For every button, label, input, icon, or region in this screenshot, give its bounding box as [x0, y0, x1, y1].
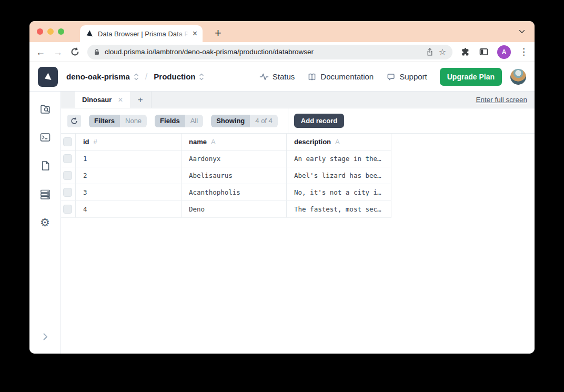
column-type-icon: A: [335, 138, 340, 146]
browser-profile-avatar[interactable]: A: [497, 45, 511, 59]
cell-name[interactable]: Deno: [181, 201, 286, 217]
sidebar-expand-button[interactable]: [29, 331, 61, 341]
cell-description[interactable]: No, it's not a city i…: [286, 184, 391, 200]
browser-menu-icon[interactable]: ⋮: [519, 46, 528, 57]
url-text: cloud.prisma.io/lambtron/deno-oak-prisma…: [105, 48, 314, 56]
back-icon[interactable]: ←: [36, 47, 45, 57]
new-tab-button[interactable]: +: [215, 25, 221, 41]
environment-selector[interactable]: Production: [154, 72, 204, 81]
cell-name[interactable]: Acanthopholis: [181, 184, 286, 200]
cell-id[interactable]: 1: [75, 150, 181, 167]
browser-actions: A ⋮: [460, 45, 528, 59]
prisma-logo[interactable]: [38, 67, 58, 87]
chevron-right-icon: [41, 331, 50, 341]
browser-tab-title: Data Browser | Prisma Data Pla: [98, 30, 188, 38]
upgrade-plan-button[interactable]: Upgrade Plan: [440, 68, 502, 86]
column-header-name[interactable]: name A: [181, 134, 286, 150]
extensions-puzzle-icon[interactable]: [460, 47, 470, 57]
column-header-id[interactable]: id #: [75, 134, 181, 150]
browser-tab-bar: Data Browser | Prisma Data Pla × +: [29, 21, 535, 42]
fields-value: All: [185, 115, 203, 127]
table-row: 2 Abelisaurus Abel's lizard has bee…: [61, 167, 391, 184]
table-body: 1 Aardonyx An early stage in the… 2 Abel…: [61, 150, 391, 218]
zoom-window-button[interactable]: [58, 28, 64, 35]
model-tab-strip: Dinosaur × + Enter full screen: [61, 92, 535, 108]
add-record-button[interactable]: Add record: [294, 114, 344, 128]
project-name: deno-oak-prisma: [66, 72, 130, 81]
user-avatar[interactable]: [510, 69, 526, 85]
fields-label: Fields: [155, 115, 185, 127]
cell-description[interactable]: The fastest, most sec…: [286, 201, 391, 217]
column-type-icon: A: [211, 138, 216, 146]
nav-support[interactable]: Support: [386, 72, 427, 82]
select-all-checkbox[interactable]: [63, 137, 72, 146]
forward-icon[interactable]: →: [53, 47, 63, 57]
fields-control[interactable]: Fields All: [155, 115, 203, 127]
filters-label: Filters: [89, 115, 120, 127]
grid-toolbar: Filters None Fields All Showing 4 of 4 A…: [61, 108, 535, 134]
refresh-icon: [70, 117, 78, 125]
row-checkbox[interactable]: [63, 188, 72, 197]
model-tab-close-icon[interactable]: ×: [118, 96, 123, 104]
minimize-window-button[interactable]: [47, 28, 54, 35]
sidebar-item-schema[interactable]: [39, 160, 51, 172]
table-row: 1 Aardonyx An early stage in the…: [61, 150, 391, 167]
browser-tab[interactable]: Data Browser | Prisma Data Pla ×: [80, 25, 203, 42]
sidebar: ⚙: [29, 92, 61, 354]
sort-chevrons-icon: [134, 73, 139, 81]
enter-fullscreen-link[interactable]: Enter full screen: [476, 96, 527, 104]
table-header-row: id # name A description A: [61, 134, 391, 150]
cell-name[interactable]: Aardonyx: [181, 150, 286, 167]
cell-description[interactable]: An early stage in the…: [286, 150, 391, 167]
nav-status[interactable]: Status: [259, 72, 295, 82]
filters-control[interactable]: Filters None: [89, 115, 147, 127]
add-model-tab-button[interactable]: +: [130, 92, 152, 108]
close-window-button[interactable]: [37, 28, 43, 35]
column-header-description[interactable]: description A: [286, 134, 391, 150]
toolbar-divider: [288, 108, 288, 133]
pulse-icon: [259, 72, 269, 82]
environment-name: Production: [154, 72, 195, 81]
side-panel-icon[interactable]: [479, 47, 489, 57]
book-icon: [307, 72, 317, 82]
header-nav: Status Documentation Support: [259, 72, 427, 82]
row-checkbox[interactable]: [63, 154, 72, 163]
cell-name[interactable]: Abelisaurus: [181, 167, 286, 184]
bookmark-star-icon[interactable]: ☆: [439, 47, 446, 57]
cell-id[interactable]: 2: [75, 167, 181, 184]
table-row: 3 Acanthopholis No, it's not a city i…: [61, 184, 391, 201]
project-selector[interactable]: deno-oak-prisma: [66, 72, 139, 81]
filters-value: None: [120, 115, 147, 127]
tab-close-icon[interactable]: ×: [193, 29, 197, 38]
app-header: deno-oak-prisma / Production Status Docu…: [29, 62, 535, 92]
url-bar[interactable]: cloud.prisma.io/lambtron/deno-oak-prisma…: [87, 45, 452, 59]
refresh-button[interactable]: [67, 115, 81, 127]
showing-label: Showing: [211, 115, 250, 127]
data-grid: id # name A description A 1 Aardonyx An …: [61, 134, 391, 218]
cell-description[interactable]: Abel's lizard has bee…: [286, 167, 391, 184]
tab-search-chevron-icon[interactable]: [518, 27, 526, 36]
lock-icon[interactable]: [94, 48, 100, 56]
browser-toolbar: ← → cloud.prisma.io/lambtron/deno-oak-pr…: [29, 42, 535, 62]
breadcrumb-separator: /: [145, 72, 147, 82]
browser-window: Data Browser | Prisma Data Pla × + ← → c…: [29, 21, 535, 354]
sidebar-item-data-browser[interactable]: [39, 103, 51, 115]
share-icon[interactable]: [426, 47, 434, 56]
row-checkbox[interactable]: [63, 171, 72, 180]
cell-id[interactable]: 3: [75, 184, 181, 200]
reload-icon[interactable]: [70, 47, 79, 56]
cell-id[interactable]: 4: [75, 201, 181, 217]
sidebar-item-query-console[interactable]: [39, 132, 51, 143]
server-stack-icon: [39, 188, 51, 200]
showing-value: 4 of 4: [250, 115, 278, 127]
row-checkbox[interactable]: [63, 205, 72, 214]
sort-chevrons-icon: [199, 73, 204, 81]
model-tab-dinosaur[interactable]: Dinosaur ×: [75, 92, 130, 108]
chat-bubble-icon: [386, 72, 396, 82]
showing-control[interactable]: Showing 4 of 4: [211, 115, 278, 127]
document-icon: [39, 160, 51, 172]
nav-documentation[interactable]: Documentation: [307, 72, 374, 82]
sidebar-item-settings[interactable]: ⚙: [40, 217, 50, 228]
model-tab-label: Dinosaur: [82, 96, 112, 104]
sidebar-item-databases[interactable]: [39, 188, 51, 200]
